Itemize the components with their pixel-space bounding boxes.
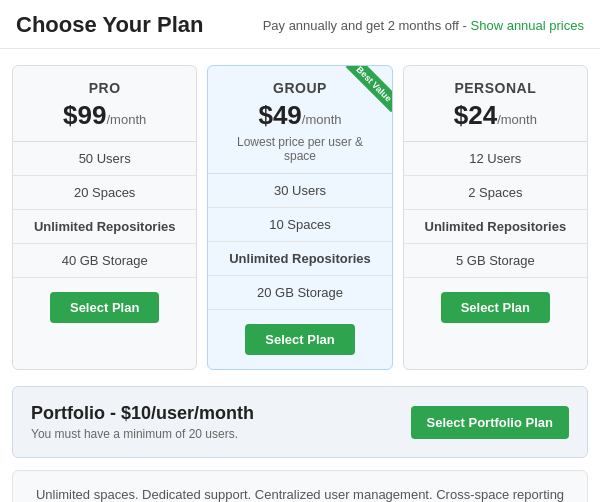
plan-name-personal: PERSONAL [416, 80, 575, 96]
select-plan-pro-button[interactable]: Select Plan [50, 292, 159, 323]
feature-spaces-group: 10 Spaces [208, 208, 391, 242]
plan-action-pro: Select Plan [13, 278, 196, 337]
plan-subtitle-group: Lowest price per user & space [220, 135, 379, 163]
best-value-badge-wrapper: Best Value [332, 66, 392, 126]
plan-name-pro: PRO [25, 80, 184, 96]
plan-header-group: Best Value GROUP $49/month Lowest price … [208, 66, 391, 173]
portfolio-info: Portfolio - $10/user/month You must have… [31, 403, 254, 441]
plan-card-group: Best Value GROUP $49/month Lowest price … [207, 65, 392, 370]
portfolio-subtitle: You must have a minimum of 20 users. [31, 427, 254, 441]
plan-card-pro: PRO $99/month 50 Users 20 Spaces Unlimit… [12, 65, 197, 370]
plan-features-group: 30 Users 10 Spaces Unlimited Repositorie… [208, 173, 391, 310]
plan-card-personal: PERSONAL $24/month 12 Users 2 Spaces Unl… [403, 65, 588, 370]
plan-features-personal: 12 Users 2 Spaces Unlimited Repositories… [404, 141, 587, 278]
page-title: Choose Your Plan [16, 12, 203, 38]
feature-users-pro: 50 Users [13, 142, 196, 176]
feature-repos-group: Unlimited Repositories [208, 242, 391, 276]
feature-repos-pro: Unlimited Repositories [13, 210, 196, 244]
plan-header-personal: PERSONAL $24/month [404, 66, 587, 141]
feature-storage-group: 20 GB Storage [208, 276, 391, 310]
feature-spaces-pro: 20 Spaces [13, 176, 196, 210]
feature-storage-personal: 5 GB Storage [404, 244, 587, 278]
select-plan-group-button[interactable]: Select Plan [245, 324, 354, 355]
plan-price-personal: $24/month [416, 100, 575, 131]
plans-container: PRO $99/month 50 Users 20 Spaces Unlimit… [0, 49, 600, 386]
plan-action-group: Select Plan [208, 310, 391, 369]
plan-action-personal: Select Plan [404, 278, 587, 337]
feature-users-group: 30 Users [208, 174, 391, 208]
feature-repos-personal: Unlimited Repositories [404, 210, 587, 244]
best-value-badge: Best Value [345, 66, 391, 112]
select-portfolio-plan-button[interactable]: Select Portfolio Plan [411, 406, 569, 439]
feature-spaces-personal: 2 Spaces [404, 176, 587, 210]
select-plan-personal-button[interactable]: Select Plan [441, 292, 550, 323]
portfolio-title: Portfolio - $10/user/month [31, 403, 254, 424]
show-annual-prices-link[interactable]: Show annual prices [471, 18, 584, 33]
page-header: Choose Your Plan Pay annually and get 2 … [0, 0, 600, 49]
promo-banner: Pay annually and get 2 months off - Show… [263, 18, 584, 33]
plan-features-pro: 50 Users 20 Spaces Unlimited Repositorie… [13, 141, 196, 278]
feature-users-personal: 12 Users [404, 142, 587, 176]
footer-description: Unlimited spaces. Dedicated support. Cen… [12, 470, 588, 502]
promo-text: Pay annually and get 2 months off - [263, 18, 471, 33]
portfolio-section: Portfolio - $10/user/month You must have… [12, 386, 588, 458]
plan-price-pro: $99/month [25, 100, 184, 131]
feature-storage-pro: 40 GB Storage [13, 244, 196, 278]
plan-header-pro: PRO $99/month [13, 66, 196, 141]
